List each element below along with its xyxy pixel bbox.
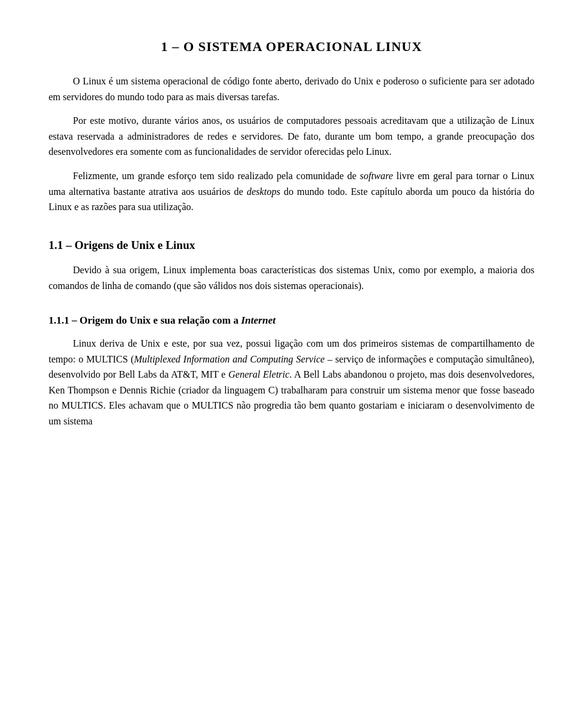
intro-paragraph-1: O Linux é um sistema operacional de códi… <box>49 73 534 104</box>
chapter-title: 1 – O SISTEMA OPERACIONAL LINUX <box>49 36 534 56</box>
page-container: 1 – O SISTEMA OPERACIONAL LINUX O Linux … <box>0 0 583 728</box>
section-1-1-title: 1.1 – Origens de Unix e Linux <box>49 237 534 254</box>
section-1-1-paragraph-1: Devido à sua origem, Linux implementa bo… <box>49 262 534 293</box>
section-1-1-1-title: 1.1.1 – Origem do Unix e sua relação com… <box>49 313 534 328</box>
intro-paragraph-3: Felizmente, um grande esforço tem sido r… <box>49 168 534 215</box>
intro-paragraph-2: Por este motivo, durante vários anos, os… <box>49 113 534 160</box>
section-1-1-1-paragraph-1: Linux deriva de Unix e este, por sua vez… <box>49 336 534 429</box>
